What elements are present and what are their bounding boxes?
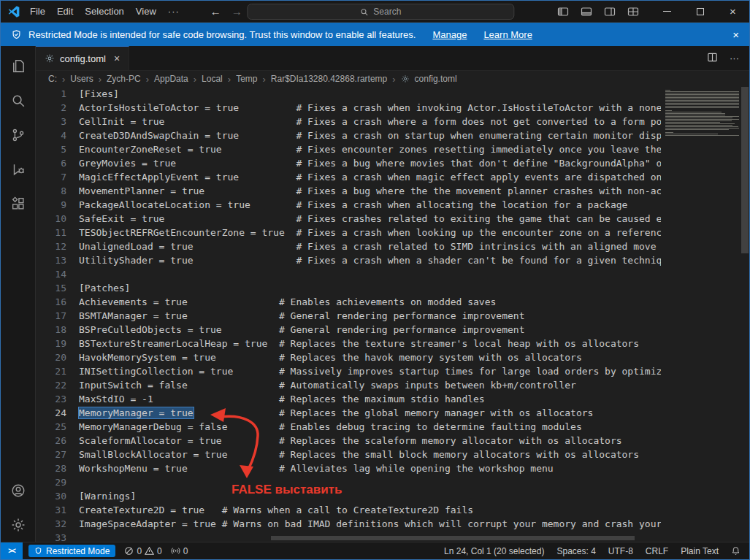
- code-line[interactable]: 9PackageAllocateLocation = true # Fixes …: [36, 198, 749, 212]
- tab-config-toml[interactable]: config.toml ×: [36, 46, 129, 70]
- customize-layout-button[interactable]: [623, 3, 643, 20]
- breadcrumb-item[interactable]: C:: [48, 74, 57, 84]
- code-line[interactable]: 29: [36, 475, 749, 489]
- code-line[interactable]: 2ActorIsHostileToActor = true # Fixes a …: [36, 101, 749, 115]
- line-text: [66, 531, 79, 542]
- code-line[interactable]: 14: [36, 267, 749, 281]
- line-text: SmallBlockAllocator = true # Replaces th…: [66, 448, 639, 461]
- warning-icon: [145, 546, 154, 556]
- code-line[interactable]: 4CreateD3DAndSwapChain = true # Fixes a …: [36, 129, 749, 142]
- code-line[interactable]: 13UtilityShader = true # Fixes a crash w…: [36, 253, 749, 267]
- code-line[interactable]: 19BSTextureStreamerLocalHeap = true # Re…: [36, 337, 749, 350]
- manage-link[interactable]: Manage: [432, 29, 467, 40]
- split-editor-button[interactable]: [707, 52, 718, 65]
- breadcrumb-item[interactable]: Zych-PC: [107, 74, 141, 84]
- code-editor[interactable]: 1[Fixes]2ActorIsHostileToActor = true # …: [36, 87, 749, 542]
- run-debug-button[interactable]: [1, 152, 36, 186]
- code-line[interactable]: 25MemoryManagerDebug = false # Enables d…: [36, 420, 749, 434]
- git-branch-icon: [10, 127, 26, 143]
- settings-button[interactable]: [1, 507, 36, 542]
- breadcrumb-item[interactable]: Users: [70, 74, 93, 84]
- breadcrumb-item[interactable]: Local: [202, 74, 223, 84]
- code-line[interactable]: 24MemoryManager = true # Replaces the gl…: [36, 406, 749, 420]
- horizontal-scrollbar-thumb[interactable]: [271, 536, 635, 540]
- breadcrumb-item[interactable]: Rar$DIa13280.42868.rartemp: [271, 74, 387, 84]
- explorer-button[interactable]: [1, 49, 36, 83]
- toggle-panel-button[interactable]: [576, 3, 597, 20]
- toggle-sidebar-right-button[interactable]: [600, 3, 620, 20]
- menu-selection[interactable]: Selection: [79, 4, 129, 19]
- source-control-button[interactable]: [1, 118, 36, 152]
- search-box[interactable]: Search: [247, 4, 514, 20]
- code-line[interactable]: 8MovementPlanner = true # Fixes a bug wh…: [36, 184, 749, 198]
- menu-view[interactable]: View: [130, 4, 162, 19]
- activity-bar: [1, 46, 36, 542]
- menu-edit[interactable]: Edit: [51, 4, 79, 19]
- problems-indicator[interactable]: 0 0: [124, 546, 161, 556]
- code-line[interactable]: 23MaxStdIO = -1 # Replaces the maximum s…: [36, 392, 749, 406]
- code-line[interactable]: 6GreyMovies = true # Fixes a bug where m…: [36, 156, 749, 170]
- code-line[interactable]: 22InputSwitch = false # Automatically sw…: [36, 378, 749, 392]
- maximize-button[interactable]: [684, 1, 716, 23]
- breadcrumb-item[interactable]: AppData: [154, 74, 188, 84]
- extensions-button[interactable]: [1, 186, 36, 220]
- line-text: MaxStdIO = -1 # Replaces the maximum std…: [66, 392, 485, 406]
- code-line[interactable]: 11TESObjectREFRGetEncounterZone = true #…: [36, 226, 749, 239]
- vscode-window: File Edit Selection View ··· ← → Search …: [0, 0, 750, 560]
- restricted-mode-badge[interactable]: Restricted Mode: [28, 545, 115, 557]
- gear-icon: [10, 517, 26, 533]
- line-text: UtilityShader = true # Fixes a crash whe…: [66, 253, 667, 267]
- code-line[interactable]: 27SmallBlockAllocator = true # Replaces …: [36, 448, 749, 461]
- shield-icon: [34, 547, 42, 555]
- minimize-button[interactable]: [651, 1, 684, 23]
- ports-count: 0: [183, 546, 188, 556]
- breadcrumb-item[interactable]: Temp: [236, 74, 257, 84]
- code-line[interactable]: 31CreateTexture2D = true # Warns when a …: [36, 503, 749, 517]
- code-line[interactable]: 18BSPreCulledObjects = true # General re…: [36, 323, 749, 337]
- close-window-button[interactable]: ×: [716, 1, 749, 23]
- search-sidebar-button[interactable]: [1, 83, 36, 118]
- cursor-position[interactable]: Ln 24, Col 1 (20 selected): [444, 546, 544, 556]
- code-line[interactable]: 10SafeExit = true # Fixes crashes relate…: [36, 212, 749, 226]
- vertical-scrollbar-thumb[interactable]: [741, 87, 749, 253]
- code-line[interactable]: 26ScaleformAllocator = true # Replaces t…: [36, 434, 749, 448]
- language-mode[interactable]: Plain Text: [681, 546, 719, 556]
- indentation-status[interactable]: Spaces: 4: [556, 546, 595, 556]
- vscode-logo-icon: [8, 6, 20, 18]
- code-line[interactable]: 30[Warnings]: [36, 489, 749, 503]
- notifications-bell-button[interactable]: [731, 546, 741, 556]
- title-bar: File Edit Selection View ··· ← → Search …: [1, 1, 749, 23]
- breadcrumb-item-filename[interactable]: config.toml: [415, 74, 457, 84]
- line-text: HavokMemorySystem = true # Replaces the …: [66, 350, 582, 364]
- code-line[interactable]: 15[Patches]: [36, 281, 749, 295]
- vertical-scrollbar[interactable]: [741, 87, 749, 542]
- menu-file[interactable]: File: [24, 4, 51, 19]
- learn-more-link[interactable]: Learn More: [483, 29, 532, 40]
- code-line[interactable]: 20HavokMemorySystem = true # Replaces th…: [36, 350, 749, 364]
- line-text: BSTextureStreamerLocalHeap = true # Repl…: [66, 337, 639, 350]
- code-line[interactable]: 32ImageSpaceAdapter = true # Warns on ba…: [36, 517, 749, 531]
- code-line[interactable]: 1[Fixes]: [36, 87, 749, 101]
- tab-close-icon[interactable]: ×: [114, 53, 120, 64]
- code-line[interactable]: 3CellInit = true # Fixes a crash where a…: [36, 115, 749, 129]
- code-line[interactable]: 17BSMTAManager = true # General renderin…: [36, 309, 749, 323]
- ports-indicator[interactable]: 0: [171, 546, 188, 556]
- editor-actions-more-button[interactable]: ···: [730, 53, 739, 64]
- encoding-status[interactable]: UTF-8: [608, 546, 633, 556]
- code-line[interactable]: 28WorkshopMenu = true # Alleviates lag w…: [36, 461, 749, 475]
- code-line[interactable]: 12UnalignedLoad = true # Fixes a crash r…: [36, 239, 749, 253]
- toggle-sidebar-left-button[interactable]: [553, 3, 573, 20]
- back-arrow-icon[interactable]: ←: [210, 5, 221, 18]
- banner-close-icon[interactable]: ×: [732, 28, 739, 41]
- code-line[interactable]: 5EncounterZoneReset = true # Fixes encou…: [36, 142, 749, 156]
- code-line[interactable]: 16Achievements = true # Enables achievem…: [36, 295, 749, 309]
- line-number: 16: [36, 295, 66, 309]
- remote-indicator[interactable]: ><: [1, 542, 23, 559]
- code-line[interactable]: 21INISettingCollection = true # Massivel…: [36, 364, 749, 378]
- minimap[interactable]: [661, 87, 741, 542]
- accounts-button[interactable]: [1, 473, 36, 507]
- forward-arrow-icon[interactable]: →: [231, 5, 242, 18]
- eol-status[interactable]: CRLF: [646, 546, 668, 556]
- code-line[interactable]: 7MagicEffectApplyEvent = true # Fixes a …: [36, 170, 749, 184]
- menu-more-button[interactable]: ···: [162, 4, 185, 19]
